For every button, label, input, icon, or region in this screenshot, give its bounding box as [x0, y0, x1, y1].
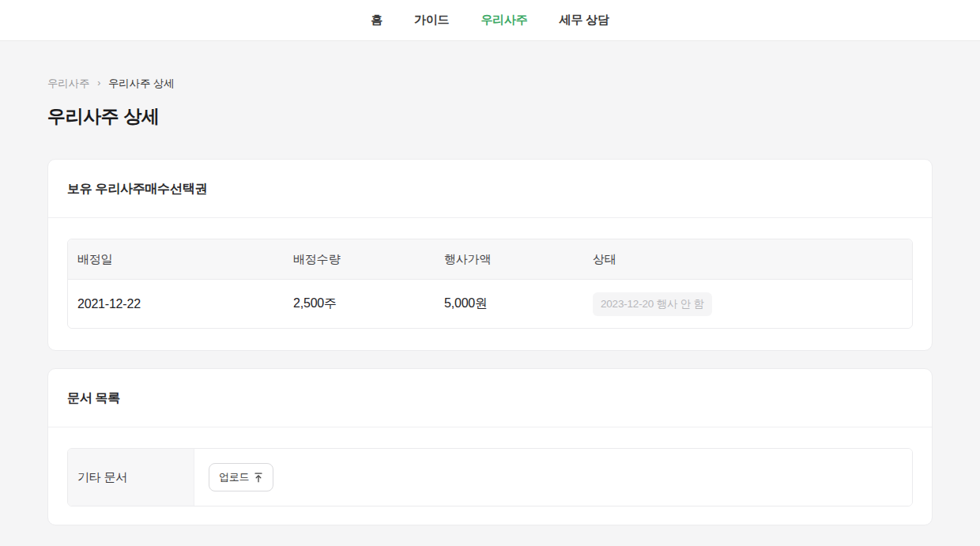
status-badge: 2023-12-20 행사 안 함	[593, 292, 712, 316]
page-content: 우리사주 › 우리사주 상세 우리사주 상세 보유 우리사주매수선택권 배정일 …	[0, 77, 980, 525]
breadcrumb-current: 우리사주 상세	[108, 77, 174, 91]
cell-allocation-date: 2021-12-22	[68, 280, 284, 328]
column-header-quantity: 배정수량	[284, 239, 435, 280]
page-title: 우리사주 상세	[47, 104, 933, 129]
upload-button[interactable]: 업로드	[209, 463, 273, 491]
cell-exercise-price: 5,000원	[435, 280, 583, 328]
options-card-header: 보유 우리사주매수선택권	[48, 160, 932, 218]
column-header-exercise-price: 행사가액	[435, 239, 583, 280]
upload-icon	[254, 473, 263, 483]
options-card-title: 보유 우리사주매수선택권	[67, 182, 207, 195]
options-card: 보유 우리사주매수선택권 배정일 배정수량 행사가액 상태 2021-12-22…	[47, 159, 933, 351]
column-header-status: 상태	[583, 239, 912, 280]
cell-quantity: 2,500주	[284, 280, 435, 328]
nav-item-home[interactable]: 홈	[371, 13, 383, 28]
upload-button-label: 업로드	[219, 470, 249, 484]
nav-item-tax-consult[interactable]: 세무 상담	[560, 13, 609, 28]
document-row-other: 기타 문서 업로드	[67, 448, 913, 506]
breadcrumb: 우리사주 › 우리사주 상세	[47, 77, 933, 91]
options-table-header-row: 배정일 배정수량 행사가액 상태	[68, 239, 912, 280]
cell-status: 2023-12-20 행사 안 함	[583, 280, 912, 328]
options-table: 배정일 배정수량 행사가액 상태 2021-12-22 2,500주 5,000…	[67, 239, 913, 329]
documents-card-header: 문서 목록	[48, 369, 932, 427]
documents-card-title: 문서 목록	[67, 391, 120, 405]
top-navigation: 홈 가이드 우리사주 세무 상담	[0, 0, 980, 41]
document-label-cell: 기타 문서	[68, 449, 194, 506]
document-value-cell: 업로드	[194, 449, 912, 506]
documents-card: 문서 목록 기타 문서 업로드	[47, 368, 933, 525]
chevron-right-icon: ›	[97, 77, 100, 88]
options-card-body: 배정일 배정수량 행사가액 상태 2021-12-22 2,500주 5,000…	[48, 218, 932, 350]
nav-item-esop[interactable]: 우리사주	[481, 13, 527, 28]
documents-card-body: 기타 문서 업로드	[48, 427, 932, 525]
table-row: 2021-12-22 2,500주 5,000원 2023-12-20 행사 안…	[68, 280, 912, 328]
nav-item-guide[interactable]: 가이드	[414, 13, 449, 28]
column-header-allocation-date: 배정일	[68, 239, 284, 280]
breadcrumb-parent-link[interactable]: 우리사주	[47, 77, 89, 91]
document-label: 기타 문서	[77, 470, 127, 485]
